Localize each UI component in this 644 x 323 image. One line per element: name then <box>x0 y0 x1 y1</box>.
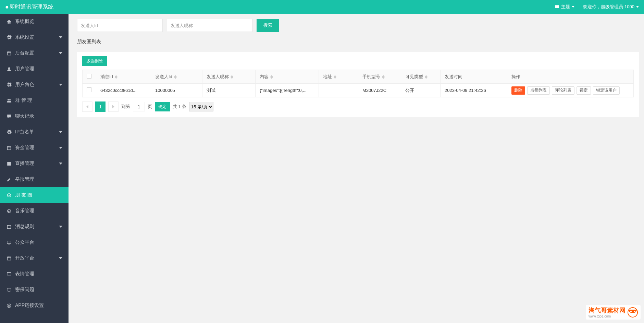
theme-button[interactable]: 主题 <box>555 4 574 10</box>
sidebar-item-gear[interactable]: 系统设置 <box>0 29 69 45</box>
theme-icon <box>555 4 559 9</box>
sidebar-item-label: APP链接设置 <box>15 302 44 309</box>
row-checkbox[interactable] <box>87 87 91 92</box>
sort-icon <box>231 75 233 79</box>
sidebar-item-label: 群 管 理 <box>15 97 32 104</box>
sidebar-item-monitor[interactable]: 密保问题 <box>0 282 69 298</box>
svg-point-2 <box>9 195 10 196</box>
select-all-checkbox[interactable] <box>87 74 91 79</box>
chevron-down-icon <box>59 35 62 40</box>
sidebar-item-calendar[interactable]: 后台配置 <box>0 45 69 61</box>
sidebar-item-label: 聊天记录 <box>15 113 34 119</box>
sidebar-item-monitor[interactable]: 公众平台 <box>0 235 69 250</box>
sender-id-input[interactable] <box>77 19 163 32</box>
sidebar-item-monitor[interactable]: 表情管理 <box>0 266 69 282</box>
sidebar-item-label: 用户管理 <box>15 66 34 72</box>
cell-sender-name: 测试 <box>202 84 256 97</box>
sidebar-item-gear[interactable]: 用户角色 <box>0 77 69 93</box>
welcome-user[interactable]: 欢迎你，超级管理员:1000 <box>583 4 639 10</box>
per-page-select[interactable]: 15 条/页 <box>189 102 213 111</box>
chevron-down-icon <box>59 82 62 87</box>
next-page-button[interactable] <box>108 101 119 112</box>
cell-content: {"images":[{"length":0,... <box>256 84 319 97</box>
dot-icon: ● <box>5 3 9 11</box>
goto-label: 到第 <box>121 104 130 110</box>
col-header[interactable]: 地址 <box>319 70 358 84</box>
sender-name-input[interactable] <box>167 19 252 32</box>
search-button[interactable]: 搜索 <box>257 19 279 32</box>
sidebar-item-user[interactable]: 用户管理 <box>0 61 69 77</box>
page-input[interactable] <box>133 102 145 111</box>
sort-icon <box>115 75 117 79</box>
sidebar-item-label: 举报管理 <box>15 176 34 182</box>
sidebar-item-calendar[interactable]: 开放平台 <box>0 250 69 266</box>
cell-time: 2023-04-09 21:42:36 <box>441 84 507 97</box>
sidebar-item-music[interactable]: 音乐管理 <box>0 203 69 219</box>
select-all-header <box>83 70 96 84</box>
sidebar-item-label: 朋 友 圈 <box>15 192 32 198</box>
sidebar-item-play[interactable]: 直播管理 <box>0 156 69 171</box>
sidebar-item-home[interactable]: 系统概览 <box>0 14 69 29</box>
svg-rect-6 <box>7 288 11 291</box>
cell-sender-id: 10000005 <box>151 84 202 97</box>
lock-user-button[interactable]: 锁定该用户 <box>593 86 620 95</box>
watermark: 淘气哥素材网 www.tqge.com <box>586 305 641 320</box>
sidebar-item-label: 音乐管理 <box>15 208 34 214</box>
chevron-down-icon <box>59 50 62 56</box>
lock-button[interactable]: 锁定 <box>577 86 591 95</box>
gear-icon <box>6 35 12 40</box>
chevron-down-icon <box>59 161 62 166</box>
chevron-down-icon <box>59 224 62 229</box>
goto-confirm-button[interactable]: 确定 <box>155 102 170 111</box>
play-icon <box>6 161 12 166</box>
delete-button[interactable]: 删除 <box>511 86 525 95</box>
gear-icon <box>6 129 12 135</box>
col-header[interactable]: 可见类型 <box>401 70 441 84</box>
sort-icon <box>334 75 336 79</box>
brand: ● 即时通讯管理系统 <box>5 3 53 11</box>
monitor-icon <box>6 240 12 245</box>
chat-icon <box>6 113 12 119</box>
sort-icon <box>270 75 273 79</box>
sidebar-item-chat[interactable]: 聊天记录 <box>0 108 69 124</box>
multi-delete-button[interactable]: 多选删除 <box>82 56 107 66</box>
sidebar-item-label: 资金管理 <box>15 145 34 151</box>
sidebar-item-label: 密保问题 <box>15 287 34 293</box>
welcome-text: 欢迎你，超级管理员:1000 <box>583 4 634 10</box>
page-1-button[interactable]: 1 <box>95 101 106 112</box>
sidebar-item-calendar[interactable]: 消息规则 <box>0 219 69 235</box>
chevron-down-icon <box>59 255 62 261</box>
cell-msg-id: 6432c0cccf861d... <box>96 84 151 97</box>
sidebar-item-layers[interactable]: APP链接设置 <box>0 298 69 313</box>
col-header: 操作 <box>507 70 634 84</box>
table-row: 6432c0cccf861d... 10000005 测试 {"images":… <box>83 84 634 97</box>
theme-label: 主题 <box>561 4 570 10</box>
app-title: 即时通讯管理系统 <box>10 3 53 11</box>
sort-icon <box>382 75 385 79</box>
sidebar-item-gear[interactable]: IP白名单 <box>0 124 69 140</box>
calendar-icon <box>6 145 12 151</box>
sidebar-item-edit[interactable]: 举报管理 <box>0 171 69 187</box>
calendar-icon <box>6 255 12 261</box>
sidebar-item-calendar[interactable]: 资金管理 <box>0 140 69 156</box>
music-icon <box>6 208 12 214</box>
col-header[interactable]: 内容 <box>256 70 319 84</box>
calendar-icon <box>6 224 12 229</box>
sidebar-item-label: IP白名单 <box>15 129 34 135</box>
sidebar-item-label: 表情管理 <box>15 271 34 277</box>
like-list-button[interactable]: 点赞列表 <box>527 86 550 95</box>
sort-icon <box>174 75 177 79</box>
prev-page-button[interactable] <box>82 101 92 112</box>
sidebar-item-circle[interactable]: 朋 友 圈 <box>0 187 69 203</box>
col-header[interactable]: 发送人Id <box>151 70 202 84</box>
sidebar-item-label: 开放平台 <box>15 255 34 261</box>
cell-phone: M2007J22C <box>358 84 401 97</box>
sidebar-item-label: 公众平台 <box>15 239 34 246</box>
svg-rect-4 <box>7 241 11 243</box>
col-header[interactable]: 发送人昵称 <box>202 70 256 84</box>
comment-list-button[interactable]: 评论列表 <box>552 86 574 95</box>
sort-icon <box>425 75 428 79</box>
sidebar-item-group[interactable]: 群 管 理 <box>0 93 69 108</box>
col-header[interactable]: 消息Id <box>96 70 151 84</box>
col-header[interactable]: 手机型号 <box>358 70 401 84</box>
